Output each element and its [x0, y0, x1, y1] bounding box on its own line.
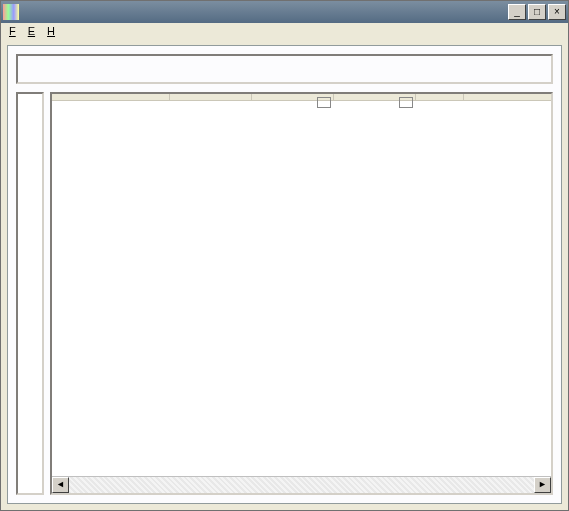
- scroll-right-icon[interactable]: ►: [534, 477, 551, 493]
- menu-file[interactable]: F: [9, 25, 16, 37]
- col-modified[interactable]: [416, 94, 464, 100]
- col-usage[interactable]: [52, 94, 170, 100]
- close-button[interactable]: ×: [548, 4, 566, 20]
- menu-empty[interactable]: E: [28, 25, 35, 37]
- col-standby[interactable]: [334, 94, 416, 100]
- scroll-left-icon[interactable]: ◄: [52, 477, 69, 493]
- scroll-track[interactable]: [69, 477, 534, 493]
- col-active[interactable]: [252, 94, 334, 100]
- window-buttons: _ □ ×: [508, 4, 566, 20]
- main-window: _ □ × F E H ◄: [0, 0, 569, 511]
- menu-help[interactable]: H: [47, 25, 55, 37]
- maximize-button[interactable]: □: [528, 4, 546, 20]
- app-icon: [3, 4, 19, 20]
- standby-swatch-icon: [399, 97, 413, 108]
- usage-grid: ◄ ►: [50, 92, 553, 495]
- horizontal-scrollbar[interactable]: ◄ ►: [52, 476, 551, 493]
- menubar: F E H: [1, 23, 568, 39]
- grid-body: [52, 101, 551, 476]
- tab-panel: ◄ ►: [7, 45, 562, 504]
- side-bar: [16, 92, 44, 495]
- col-total[interactable]: [170, 94, 252, 100]
- minimize-button[interactable]: _: [508, 4, 526, 20]
- grid-header: [52, 94, 551, 101]
- content-area: ◄ ►: [16, 92, 553, 495]
- summary-bar: [16, 54, 553, 84]
- titlebar: _ □ ×: [1, 1, 568, 23]
- active-swatch-icon: [317, 97, 331, 108]
